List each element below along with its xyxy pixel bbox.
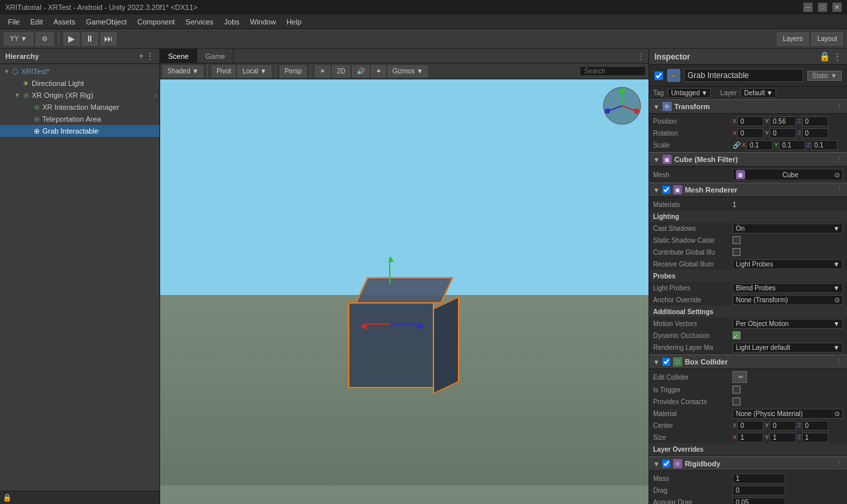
pos-z-field: Z — [797, 116, 828, 126]
rot-y-input[interactable] — [770, 128, 796, 138]
mr-settings-icon[interactable]: ⋮ — [836, 186, 843, 194]
bc-material-dropdown[interactable]: None (Physic Material) ⊙ — [733, 409, 843, 419]
edit-collider-button[interactable]: ✏ — [733, 371, 747, 383]
provides-contacts-checkbox[interactable] — [733, 398, 740, 405]
mr-enable-checkbox[interactable] — [662, 186, 670, 194]
arrow-dirlight: ▶ — [13, 80, 21, 87]
menu-window[interactable]: Window — [245, 17, 281, 27]
is-trigger-checkbox[interactable] — [733, 386, 740, 394]
view-more-button[interactable]: ⋮ — [637, 52, 645, 61]
close-button[interactable]: ✕ — [832, 3, 842, 12]
mass-input[interactable] — [733, 474, 785, 483]
tag-value: Untagged — [671, 89, 699, 97]
mesh-renderer-header[interactable]: ▼ ▣ Mesh Renderer ⋮ — [649, 183, 847, 197]
bc-enable-checkbox[interactable] — [662, 358, 670, 366]
angular-drag-input[interactable] — [733, 497, 785, 505]
rb-settings-icon[interactable]: ⋮ — [836, 460, 843, 468]
pos-x-input[interactable] — [737, 116, 764, 126]
shading-dropdown[interactable]: Shaded ▼ — [163, 65, 203, 77]
menu-services[interactable]: Services — [180, 17, 218, 27]
mf-settings-icon[interactable]: ⋮ — [836, 155, 843, 164]
static-shadow-checkbox[interactable] — [733, 236, 740, 244]
play-button[interactable]: ▶ — [64, 32, 79, 46]
pause-button[interactable]: ⏸ — [82, 32, 98, 46]
tab-scene[interactable]: Scene — [160, 49, 197, 63]
bc-cz-input[interactable] — [802, 421, 828, 431]
bc-cy-input[interactable] — [770, 421, 796, 431]
rigidbody-header[interactable]: ▼ ⊛ Rigidbody ⋮ — [649, 456, 847, 471]
audio-button[interactable]: 🔊 — [352, 65, 369, 77]
hierarchy-add-button[interactable]: + — [139, 52, 144, 61]
hierarchy-item-xrmanager[interactable]: ▶ ⊕ XR Interaction Manager — [0, 101, 159, 113]
rot-z-input[interactable] — [802, 128, 828, 138]
anchor-override-value[interactable]: None (Transform) ⊙ — [733, 295, 843, 305]
rot-x-input[interactable] — [737, 128, 764, 138]
settings-button[interactable]: ⚙ — [36, 32, 54, 46]
fx-button[interactable]: ✦ — [371, 65, 386, 77]
mesh-filter-header[interactable]: ▼ ▦ Cube (Mesh Filter) ⋮ — [649, 152, 847, 167]
2d-button[interactable]: 2D — [332, 65, 350, 77]
minimize-button[interactable]: ─ — [803, 3, 813, 12]
bc-cx-input[interactable] — [737, 421, 764, 431]
mesh-value-field[interactable]: ▦ Cube ⊙ — [733, 169, 843, 181]
scene-search-input[interactable] — [580, 66, 646, 76]
maximize-button[interactable]: □ — [818, 3, 827, 12]
receive-gi-dropdown[interactable]: Light Probes▼ — [733, 259, 843, 269]
tab-game[interactable]: Game — [197, 49, 234, 63]
menu-file[interactable]: File — [3, 17, 25, 27]
hierarchy-item-xritest[interactable]: ▼ ⬡ XRITest* — [0, 65, 159, 77]
hierarchy-item-teleport[interactable]: ▶ ⊕ Teleportation Area — [0, 113, 159, 125]
rendering-layer-dropdown[interactable]: Light Layer default▼ — [733, 343, 843, 353]
hierarchy-item-xrorigin[interactable]: ▼ ⊕ XR Origin (XR Rig) › — [0, 89, 159, 101]
rendering-layer-value: Light Layer default — [736, 344, 790, 351]
scale-x-input[interactable] — [746, 140, 773, 150]
persp-button[interactable]: Persp — [280, 65, 306, 77]
scene-view[interactable]: ▲ ◀ ▶ — [160, 79, 648, 504]
bc-sx-input[interactable] — [737, 433, 764, 442]
gizmos-button[interactable]: Gizmos ▼ — [388, 65, 428, 77]
bc-sz-input[interactable] — [802, 433, 828, 442]
hierarchy-item-dirlight[interactable]: ▶ ☀ Directional Light — [0, 77, 159, 89]
transform-header[interactable]: ▼ ⊕ Transform ⋮ — [649, 99, 847, 114]
transform-collapse-arrow: ▼ — [653, 103, 660, 110]
motion-vectors-dropdown[interactable]: Per Object Motion▼ — [733, 319, 843, 329]
box-collider-header[interactable]: ▼ □ Box Collider ⋮ — [649, 355, 847, 369]
contribute-gi-checkbox[interactable] — [733, 248, 740, 256]
pos-y-input[interactable] — [770, 116, 796, 126]
hierarchy-item-grab[interactable]: ▶ ⊕ Grab Interactable — [0, 125, 159, 137]
bc-settings-icon[interactable]: ⋮ — [836, 358, 843, 366]
rb-enable-checkbox[interactable] — [662, 460, 670, 468]
transform-settings-icon[interactable]: ⋮ — [836, 103, 843, 111]
scale-y-input[interactable] — [779, 140, 805, 150]
menu-assets[interactable]: Assets — [48, 17, 81, 27]
drag-input[interactable] — [733, 485, 785, 495]
local-button[interactable]: Local ▼ — [238, 65, 271, 77]
dynamic-occlusion-checkbox[interactable] — [733, 331, 740, 339]
step-button[interactable]: ⏭ — [101, 32, 116, 46]
layer-dropdown[interactable]: Default ▼ — [740, 88, 776, 98]
menu-help[interactable]: Help — [281, 17, 307, 27]
menu-gameobject[interactable]: GameObject — [81, 17, 132, 27]
object-name[interactable]: Grab Interactable — [684, 69, 803, 82]
context-selector[interactable]: YY ▼ — [4, 32, 33, 46]
hierarchy-menu-button[interactable]: ⋮ — [146, 52, 154, 61]
cast-shadows-dropdown[interactable]: On▼ — [733, 224, 843, 233]
view-tabs: Scene Game ⋮ — [160, 49, 648, 63]
layers-button[interactable]: Layers — [777, 32, 809, 46]
object-active-checkbox[interactable] — [654, 71, 663, 80]
menu-edit[interactable]: Edit — [25, 17, 48, 27]
inspector-menu-button[interactable]: ⋮ — [833, 52, 842, 62]
inspector-lock-button[interactable]: 🔒 — [819, 52, 830, 62]
static-badge[interactable]: Static ▼ — [807, 71, 842, 81]
pivot-button[interactable]: Pivot — [212, 65, 236, 77]
scene-icons-btn[interactable]: ☀ — [315, 65, 330, 77]
light-probes-dropdown[interactable]: Blend Probes▼ — [733, 283, 843, 293]
menu-jobs[interactable]: Jobs — [219, 17, 245, 27]
tag-dropdown[interactable]: Untagged ▼ — [668, 88, 711, 98]
layout-button[interactable]: Layout — [811, 32, 843, 46]
scale-z-input[interactable] — [811, 140, 838, 150]
pos-z-input[interactable] — [802, 116, 828, 126]
menu-component[interactable]: Component — [132, 17, 180, 27]
bc-sy-input[interactable] — [770, 433, 796, 442]
hierarchy-lock-button[interactable]: 🔒 — [3, 493, 12, 502]
